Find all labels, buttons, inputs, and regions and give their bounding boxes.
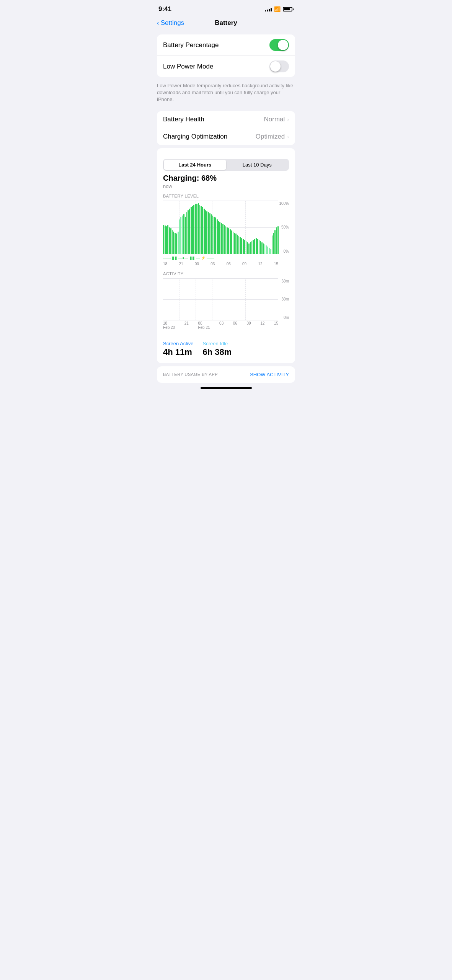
charging-indicators: —— ▮▮ —●— ▮▮ — ⚡ ——: [163, 255, 289, 261]
battery-bar: [170, 228, 171, 254]
battery-bar: [261, 242, 263, 254]
battery-bar: [263, 243, 264, 254]
battery-bar: [260, 241, 261, 254]
battery-bar: [269, 248, 270, 254]
battery-bar: [276, 227, 277, 254]
battery-bar: [274, 230, 276, 254]
battery-bar: [188, 210, 189, 254]
battery-level-label: BATTERY LEVEL: [163, 194, 289, 198]
back-label: Settings: [161, 19, 184, 27]
segment-24hours[interactable]: Last 24 Hours: [164, 160, 226, 170]
battery-bars-container: [163, 201, 278, 254]
battery-bar: [215, 217, 216, 254]
date-x-axis: 18 Feb 20 21 00 Feb 21 03 06 09 12 15: [163, 321, 289, 330]
battery-bar: [201, 206, 202, 254]
battery-percentage-row[interactable]: Battery Percentage: [157, 34, 295, 56]
battery-bar: [234, 233, 235, 254]
battery-bar: [259, 240, 260, 254]
battery-health-row[interactable]: Battery Health Normal ›: [157, 111, 295, 128]
activity-bars-container: [163, 278, 278, 320]
battery-bar: [257, 239, 258, 254]
screen-idle-stat: Screen Idle 6h 38m: [203, 341, 232, 357]
battery-bar: [166, 226, 167, 254]
battery-bar: [247, 242, 248, 254]
battery-bar: [266, 245, 267, 254]
battery-bar: [221, 223, 222, 254]
battery-health-value: Normal: [264, 116, 285, 123]
battery-bar: [179, 219, 180, 254]
time-segment-control[interactable]: Last 24 Hours Last 10 Days: [163, 159, 289, 171]
battery-bar: [250, 242, 251, 254]
chevron-left-icon: ‹: [157, 19, 159, 27]
activity-chart: 60m 30m 0m: [163, 278, 289, 320]
battery-bar: [231, 230, 232, 254]
battery-bar: [227, 227, 228, 254]
battery-status-icon: [283, 7, 294, 11]
battery-bar: [254, 239, 255, 254]
charging-status: Charging: 68%: [163, 174, 289, 183]
battery-bar: [180, 217, 181, 254]
activity-label: ACTIVITY: [163, 271, 289, 276]
battery-bar: [163, 225, 164, 254]
low-power-mode-toggle[interactable]: [269, 60, 289, 72]
battery-bar: [217, 219, 218, 254]
screen-idle-value: 6h 38m: [203, 347, 232, 357]
battery-bar: [211, 214, 212, 254]
segment-10days[interactable]: Last 10 Days: [226, 160, 289, 170]
y-label-0: 0%: [284, 249, 289, 253]
x-axis: 18 21 00 03 06 09 12 15: [163, 262, 289, 266]
battery-bar: [248, 243, 250, 254]
low-power-mode-label: Low Power Mode: [163, 63, 213, 70]
battery-bar: [176, 234, 177, 254]
chevron-right-icon: ›: [287, 116, 289, 122]
battery-percentage-label: Battery Percentage: [163, 41, 219, 49]
status-icons: 📶: [265, 6, 294, 12]
charging-optimization-value: Optimized: [256, 133, 285, 140]
battery-bar: [191, 207, 192, 254]
show-activity-button[interactable]: SHOW ACTIVITY: [250, 372, 289, 377]
battery-bar: [251, 241, 253, 254]
battery-bar: [218, 221, 219, 254]
battery-bar: [273, 233, 274, 254]
battery-bar: [178, 232, 179, 254]
battery-bar: [253, 240, 254, 254]
back-button[interactable]: ‹ Settings: [157, 19, 184, 27]
battery-bar: [244, 240, 245, 254]
battery-bar: [240, 237, 241, 254]
charging-optimization-label: Charging Optimization: [163, 133, 227, 140]
home-indicator-container: [151, 386, 301, 394]
stats-row: Screen Active 4h 11m Screen Idle 6h 38m: [163, 336, 289, 357]
battery-bar: [199, 205, 201, 254]
battery-bar: [185, 217, 186, 254]
battery-bar: [238, 236, 240, 254]
battery-bar: [172, 230, 173, 254]
battery-bar: [228, 228, 229, 254]
battery-bar: [195, 204, 196, 254]
charging-optimization-row[interactable]: Charging Optimization Optimized ›: [157, 128, 295, 145]
page-title: Battery: [215, 19, 237, 27]
battery-chart-card: Last 24 Hours Last 10 Days Charging: 68%…: [157, 148, 295, 363]
battery-bar: [182, 216, 183, 254]
battery-bar: [222, 224, 224, 254]
signal-icon: [265, 7, 272, 11]
nav-bar: ‹ Settings Battery: [151, 16, 301, 31]
toggle-knob: [278, 40, 288, 50]
battery-health-card: Battery Health Normal › Charging Optimiz…: [157, 111, 295, 145]
battery-bar: [235, 234, 237, 254]
battery-bar: [243, 239, 244, 254]
low-power-mode-row[interactable]: Low Power Mode: [157, 56, 295, 77]
battery-bar: [205, 210, 206, 254]
battery-bar: [173, 232, 174, 254]
battery-bar: [165, 225, 166, 254]
battery-percentage-toggle[interactable]: [269, 39, 289, 51]
battery-bar: [175, 233, 176, 254]
battery-usage-header: BATTERY USAGE BY APP SHOW ACTIVITY: [157, 366, 295, 383]
battery-bar: [224, 225, 225, 254]
battery-bar: [193, 205, 194, 254]
battery-bar: [192, 206, 193, 254]
screen-active-label: Screen Active: [163, 341, 194, 346]
battery-bar: [167, 225, 168, 254]
battery-bar: [230, 229, 231, 254]
battery-bar: [169, 227, 170, 254]
battery-bar: [206, 211, 207, 254]
